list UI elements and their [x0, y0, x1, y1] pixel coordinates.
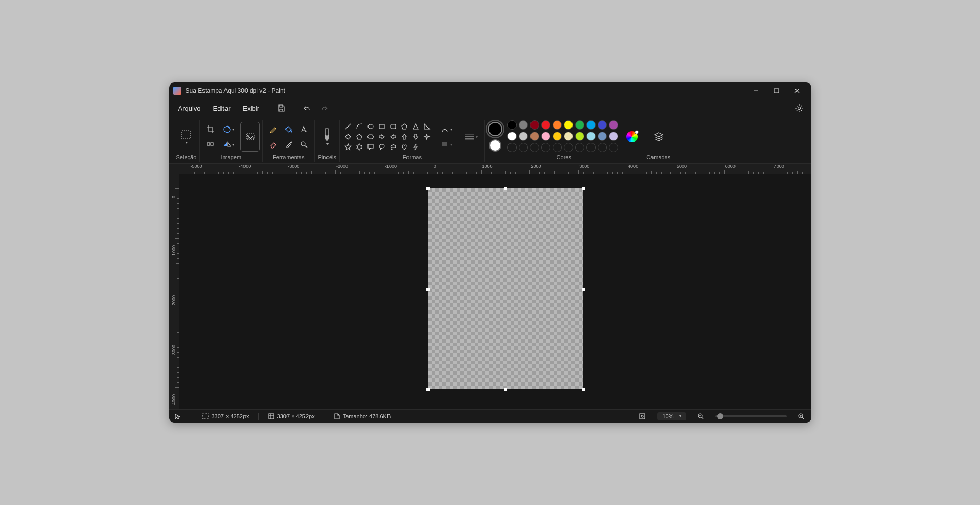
save-button[interactable]: [273, 100, 290, 116]
text-tool[interactable]: [297, 122, 311, 136]
shape-star6[interactable]: [354, 142, 364, 152]
shape-diamond[interactable]: [343, 132, 353, 141]
resize-handle-s[interactable]: [504, 388, 507, 391]
color-picker-tool[interactable]: [281, 137, 296, 152]
color-swatch-empty[interactable]: [586, 143, 596, 152]
shape-arrow-up[interactable]: [399, 132, 410, 141]
shape-outline-dropdown[interactable]: ▾: [436, 122, 457, 136]
resize-tool[interactable]: [203, 137, 217, 152]
menu-edit[interactable]: Editar: [208, 102, 236, 114]
shape-arrow-right[interactable]: [377, 132, 387, 141]
color-swatch[interactable]: [586, 120, 596, 130]
image-generate-tool[interactable]: [241, 122, 259, 151]
zoom-in-button[interactable]: [796, 411, 806, 422]
edit-colors-button[interactable]: [624, 129, 640, 144]
color-swatch[interactable]: [530, 132, 539, 141]
brush-tool[interactable]: ▾: [318, 122, 336, 151]
zoom-out-button[interactable]: [696, 411, 706, 422]
close-button[interactable]: [787, 83, 807, 98]
color-swatch-empty[interactable]: [564, 143, 573, 152]
color-swatch[interactable]: [575, 132, 584, 141]
chevron-down-icon: ▾: [679, 414, 681, 418]
zoom-slider[interactable]: [715, 415, 787, 417]
color-swatch[interactable]: [553, 120, 562, 130]
color-swatch[interactable]: [507, 120, 517, 130]
color-swatch-empty[interactable]: [598, 143, 607, 152]
color-swatch[interactable]: [575, 120, 584, 130]
eraser-tool[interactable]: [266, 137, 280, 152]
layers-button[interactable]: [649, 122, 668, 151]
color-swatch-empty[interactable]: [575, 143, 584, 152]
color-swatch[interactable]: [564, 120, 573, 130]
fit-to-window-button[interactable]: [637, 411, 648, 422]
redo-button[interactable]: [317, 100, 333, 116]
fill-tool[interactable]: [281, 122, 296, 136]
color-swatch-empty[interactable]: [530, 143, 539, 152]
shape-pentagon[interactable]: [354, 132, 364, 141]
color-swatch[interactable]: [519, 120, 528, 130]
pencil-tool[interactable]: [266, 122, 280, 136]
color-swatch-empty[interactable]: [519, 143, 528, 152]
magnifier-tool[interactable]: [297, 137, 311, 152]
resize-handle-ne[interactable]: [582, 187, 585, 190]
color-swatch[interactable]: [553, 132, 562, 141]
color-swatch[interactable]: [530, 120, 539, 130]
color-swatch-empty[interactable]: [541, 143, 550, 152]
shape-oval[interactable]: [365, 122, 376, 131]
shape-fill-dropdown[interactable]: ▾: [436, 137, 457, 152]
color-swatch[interactable]: [598, 132, 607, 141]
color-swatch[interactable]: [541, 132, 550, 141]
shape-callout-cloud[interactable]: [388, 142, 398, 152]
color-1[interactable]: [488, 122, 502, 136]
shape-right-triangle[interactable]: [422, 122, 432, 131]
shape-triangle[interactable]: [411, 122, 421, 131]
color-swatch-empty[interactable]: [507, 143, 517, 152]
resize-handle-e[interactable]: [582, 288, 585, 291]
shape-polygon[interactable]: [399, 122, 410, 131]
color-2[interactable]: [489, 139, 501, 152]
color-swatch-empty[interactable]: [553, 143, 562, 152]
color-swatch[interactable]: [609, 132, 618, 141]
resize-handle-n[interactable]: [504, 187, 507, 190]
resize-handle-nw[interactable]: [426, 187, 430, 190]
shape-curve[interactable]: [354, 122, 364, 131]
undo-button[interactable]: [298, 100, 315, 116]
shape-arrow-down[interactable]: [411, 132, 421, 141]
shape-callout-oval[interactable]: [377, 142, 387, 152]
color-swatch[interactable]: [519, 132, 528, 141]
canvas-viewport[interactable]: [179, 174, 811, 409]
menu-view[interactable]: Exibir: [238, 102, 265, 114]
rotate-tool[interactable]: ▾: [218, 122, 239, 136]
resize-handle-w[interactable]: [426, 288, 430, 291]
flip-tool[interactable]: ▾: [218, 137, 239, 152]
color-swatch[interactable]: [609, 120, 618, 130]
shape-line[interactable]: [343, 122, 353, 131]
resize-handle-sw[interactable]: [426, 388, 430, 391]
shape-star4[interactable]: [422, 132, 432, 141]
shape-roundrect[interactable]: [388, 122, 398, 131]
color-swatch[interactable]: [586, 132, 596, 141]
zoom-dropdown[interactable]: 10% ▾: [657, 412, 686, 420]
settings-button[interactable]: [791, 100, 807, 116]
color-swatch[interactable]: [541, 120, 550, 130]
crop-tool[interactable]: [203, 122, 217, 136]
canvas[interactable]: [428, 188, 583, 389]
color-swatch[interactable]: [564, 132, 573, 141]
shape-hexagon[interactable]: [365, 132, 376, 141]
stroke-width-dropdown[interactable]: ▾: [461, 130, 481, 144]
menu-file[interactable]: Arquivo: [173, 102, 206, 114]
zoom-slider-thumb[interactable]: [717, 413, 723, 419]
select-tool[interactable]: ▾: [177, 122, 195, 151]
shape-rect[interactable]: [377, 122, 387, 131]
shape-star5[interactable]: [343, 142, 353, 152]
color-swatch-empty[interactable]: [609, 143, 618, 152]
shape-heart[interactable]: [399, 142, 410, 152]
maximize-button[interactable]: [766, 83, 787, 98]
shape-arrow-left[interactable]: [388, 132, 398, 141]
minimize-button[interactable]: [746, 83, 766, 98]
shape-callout-rect[interactable]: [365, 142, 376, 152]
color-swatch[interactable]: [598, 120, 607, 130]
color-swatch[interactable]: [507, 132, 517, 141]
shape-lightning[interactable]: [411, 142, 421, 152]
resize-handle-se[interactable]: [582, 388, 585, 391]
